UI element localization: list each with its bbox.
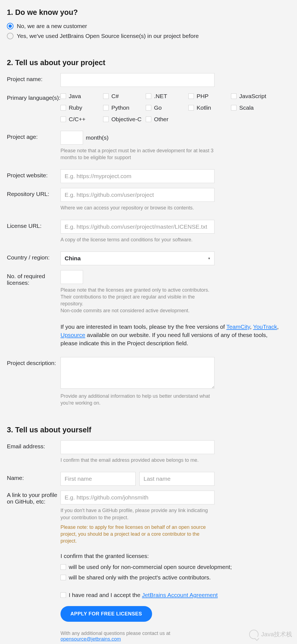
- chat-bubble-icon: [249, 630, 258, 639]
- agreement-link[interactable]: JetBrains Account Agreement: [142, 592, 218, 598]
- name-label: Name:: [7, 472, 61, 481]
- section3-title: 3. Tell us about yourself: [7, 426, 290, 434]
- radio-existing-label: Yes, we've used JetBrains Open Source li…: [17, 33, 199, 39]
- language-label: Objective-C: [111, 116, 142, 123]
- language-checkbox[interactable]: .NET: [146, 93, 188, 99]
- language-label: Kotlin: [197, 104, 211, 111]
- email-hint: I confirm that the email address provide…: [61, 457, 215, 464]
- checkbox-icon: [231, 105, 237, 110]
- language-checkbox[interactable]: Other: [146, 116, 188, 123]
- project-name-input[interactable]: [61, 73, 215, 87]
- language-label: C#: [111, 93, 119, 99]
- repo-url-input[interactable]: [61, 188, 215, 202]
- section1-title: 1. Do we know you?: [7, 8, 290, 17]
- language-label: Python: [111, 104, 129, 111]
- language-label: Java: [69, 93, 81, 99]
- country-label: Country / region:: [7, 251, 61, 261]
- profile-note: Please note: to apply for free licenses …: [61, 524, 215, 545]
- checkbox-icon: [61, 105, 66, 110]
- language-label: JavaScript: [239, 93, 266, 99]
- project-website-input[interactable]: [61, 169, 215, 183]
- country-select[interactable]: China: [61, 251, 215, 265]
- accept-agreement-checkbox[interactable]: I have read and I accept the JetBrains A…: [61, 592, 290, 598]
- confirm-noncommercial-checkbox[interactable]: will be used only for non-commercial ope…: [61, 564, 290, 570]
- project-website-label: Project website:: [7, 169, 61, 179]
- checkbox-icon: [103, 105, 109, 110]
- language-checkbox[interactable]: Ruby: [61, 104, 103, 111]
- language-label: C/C++: [69, 116, 86, 123]
- num-licenses-label: No. of required licenses:: [7, 270, 61, 286]
- checkbox-icon: [146, 117, 151, 122]
- profile-input[interactable]: [61, 491, 215, 504]
- language-checkbox[interactable]: Java: [61, 93, 103, 99]
- opensource-email-link[interactable]: opensource@jetbrains.com: [61, 636, 121, 642]
- license-url-input[interactable]: [61, 220, 215, 234]
- youtrack-link[interactable]: YouTrack: [253, 324, 277, 330]
- num-licenses-input[interactable]: [61, 270, 83, 284]
- language-checkbox[interactable]: Objective-C: [103, 116, 146, 123]
- project-name-label: Project name:: [7, 73, 61, 82]
- language-checkbox[interactable]: Python: [103, 104, 146, 111]
- accept-prefix: I have read and I accept the: [69, 592, 142, 598]
- project-age-label: Project age:: [7, 131, 61, 140]
- apply-button[interactable]: APPLY FOR FREE LICENSES: [61, 606, 152, 622]
- primary-language-label: Primary language(s):: [7, 92, 61, 101]
- radio-icon: [7, 23, 13, 29]
- project-desc-label: Project description:: [7, 357, 61, 366]
- checkbox-icon: [61, 592, 66, 598]
- last-name-input[interactable]: [139, 472, 215, 486]
- watermark: Java技术栈: [249, 630, 292, 639]
- checkbox-icon: [146, 93, 151, 99]
- language-label: Scala: [239, 104, 254, 111]
- language-checkbox[interactable]: Kotlin: [188, 104, 231, 111]
- checkbox-icon: [61, 93, 66, 99]
- checkbox-icon: [188, 105, 194, 110]
- language-label: Other: [154, 116, 169, 123]
- profile-hint: If you don't have a GitHub profile, plea…: [61, 507, 215, 521]
- checkbox-icon: [231, 93, 237, 99]
- language-grid: JavaC#.NETPHPJavaScriptRubyPythonGoKotli…: [61, 92, 290, 123]
- license-url-hint: A copy of the license terms and conditio…: [61, 236, 215, 243]
- language-checkbox[interactable]: Scala: [231, 104, 274, 111]
- language-checkbox[interactable]: JavaScript: [231, 93, 274, 99]
- confirm-noncommercial-label: will be used only for non-commercial ope…: [69, 564, 232, 570]
- language-checkbox[interactable]: C#: [103, 93, 146, 99]
- confirm-active-contrib-label: will be shared only with the project's a…: [69, 574, 211, 581]
- project-age-suffix: month(s): [86, 134, 109, 141]
- language-checkbox[interactable]: PHP: [188, 93, 231, 99]
- language-label: Go: [154, 104, 162, 111]
- upsource-link[interactable]: Upsource: [61, 332, 85, 338]
- section2-title: 2. Tell us about your project: [7, 59, 290, 67]
- checkbox-icon: [103, 117, 109, 122]
- num-licenses-hint: Please note that the licenses are grante…: [61, 287, 215, 314]
- checkbox-icon: [103, 93, 109, 99]
- profile-label: A link to your profile on GitHub, etc:: [7, 491, 61, 505]
- language-checkbox[interactable]: C/C++: [61, 116, 103, 123]
- license-url-label: License URL:: [7, 220, 61, 229]
- first-name-input[interactable]: [61, 472, 136, 486]
- radio-icon: [7, 33, 13, 39]
- project-age-input[interactable]: [61, 131, 83, 145]
- language-label: Ruby: [69, 104, 82, 111]
- confirm-active-contrib-checkbox[interactable]: will be shared only with the project's a…: [61, 574, 290, 581]
- language-checkbox[interactable]: Go: [146, 104, 188, 111]
- email-label: Email address:: [7, 440, 61, 450]
- repo-url-label: Repository URL:: [7, 188, 61, 197]
- radio-existing-customer[interactable]: Yes, we've used JetBrains Open Source li…: [7, 33, 290, 39]
- project-age-hint: Please note that a project must be in ac…: [61, 147, 215, 161]
- language-label: .NET: [154, 93, 167, 99]
- email-input[interactable]: [61, 440, 215, 454]
- checkbox-icon: [61, 575, 66, 580]
- teamcity-link[interactable]: TeamCity: [226, 324, 250, 330]
- repo-url-hint: Where we can access your repository or b…: [61, 204, 215, 211]
- checkbox-icon: [188, 93, 194, 99]
- radio-new-label: No, we are a new customer: [17, 23, 87, 29]
- project-desc-textarea[interactable]: [61, 357, 215, 389]
- checkbox-icon: [146, 105, 151, 110]
- project-desc-hint: Provide any additional information to he…: [61, 393, 215, 407]
- radio-new-customer[interactable]: No, we are a new customer: [7, 23, 290, 29]
- checkbox-icon: [61, 117, 66, 122]
- language-label: PHP: [197, 93, 208, 99]
- confirm-heading: I confirm that the granted licenses:: [61, 553, 290, 559]
- checkbox-icon: [61, 564, 66, 570]
